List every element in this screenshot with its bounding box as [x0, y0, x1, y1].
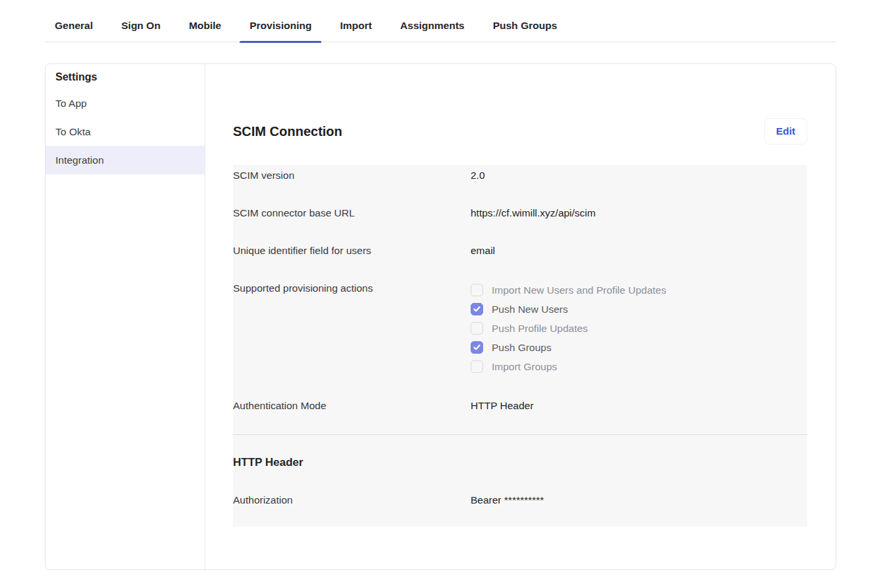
tab-push-groups[interactable]: Push Groups: [483, 11, 567, 42]
option-push-profile-updates: Push Profile Updates: [471, 319, 666, 338]
field-label: Unique identifier field for users: [233, 243, 471, 259]
http-header-section-title: HTTP Header: [233, 454, 807, 471]
sidebar-item-integration[interactable]: Integration: [46, 146, 205, 174]
app-tab-bar: General Sign On Mobile Provisioning Impo…: [45, 0, 836, 42]
field-value: email: [471, 243, 495, 259]
sidebar-item-to-app[interactable]: To App: [46, 89, 205, 117]
field-row-unique-identifier: Unique identifier field for users email: [233, 243, 807, 259]
settings-sidebar: Settings To App To Okta Integration: [46, 64, 205, 570]
tab-sign-on[interactable]: Sign On: [112, 11, 170, 42]
field-row-authorization: Authorization Bearer **********: [233, 492, 807, 508]
option-import-new-users: Import New Users and Profile Updates: [471, 280, 666, 300]
field-value: https://cf.wimill.xyz/api/scim: [471, 205, 595, 221]
option-import-groups: Import Groups: [471, 357, 666, 376]
tab-provisioning[interactable]: Provisioning: [240, 11, 321, 42]
checkbox-icon: [471, 360, 483, 373]
field-label: Supported provisioning actions: [233, 280, 471, 296]
field-row-scim-version: SCIM version 2.0: [233, 168, 807, 183]
sidebar-item-to-okta[interactable]: To Okta: [46, 117, 205, 146]
field-value: HTTP Header: [471, 398, 533, 414]
field-label: SCIM version: [233, 168, 471, 183]
provisioning-actions-list: Import New Users and Profile Updates Pus…: [471, 280, 666, 376]
page-title: SCIM Connection: [233, 124, 343, 139]
checkbox-label: Push New Users: [492, 302, 568, 317]
sidebar-header-settings: Settings: [46, 64, 205, 89]
scim-details-panel: SCIM version 2.0 SCIM connector base URL…: [233, 165, 807, 527]
checkbox-label: Import Groups: [492, 359, 557, 375]
tab-assignments[interactable]: Assignments: [390, 11, 474, 42]
edit-button[interactable]: Edit: [764, 118, 807, 145]
option-push-groups: Push Groups: [471, 338, 666, 357]
field-label: Authentication Mode: [233, 398, 471, 414]
section-divider: [233, 434, 807, 435]
option-push-new-users: Push New Users: [471, 300, 666, 319]
tab-import[interactable]: Import: [330, 11, 381, 42]
checkbox-label: Push Profile Updates: [492, 321, 588, 337]
checkbox-label: Push Groups: [492, 340, 551, 356]
checkbox-label: Import New Users and Profile Updates: [492, 282, 666, 298]
tab-general[interactable]: General: [45, 11, 103, 42]
field-label: Authorization: [233, 492, 471, 508]
checkbox-icon: [471, 284, 483, 296]
section-header-row: SCIM Connection Edit: [233, 117, 807, 146]
provisioning-card: Settings To App To Okta Integration SCIM…: [45, 63, 836, 570]
tab-mobile[interactable]: Mobile: [179, 11, 231, 42]
field-value: 2.0: [471, 168, 485, 183]
checkbox-icon: [471, 322, 483, 335]
checkbox-icon: [471, 341, 483, 354]
field-row-authentication-mode: Authentication Mode HTTP Header: [233, 398, 807, 414]
field-value: Bearer **********: [471, 492, 544, 508]
field-row-base-url: SCIM connector base URL https://cf.wimil…: [233, 205, 807, 221]
field-row-provisioning-actions: Supported provisioning actions Import Ne…: [233, 280, 807, 376]
field-label: SCIM connector base URL: [233, 205, 471, 221]
scim-connection-panel: SCIM Connection Edit SCIM version 2.0 SC…: [205, 64, 836, 570]
checkbox-icon: [471, 303, 483, 315]
